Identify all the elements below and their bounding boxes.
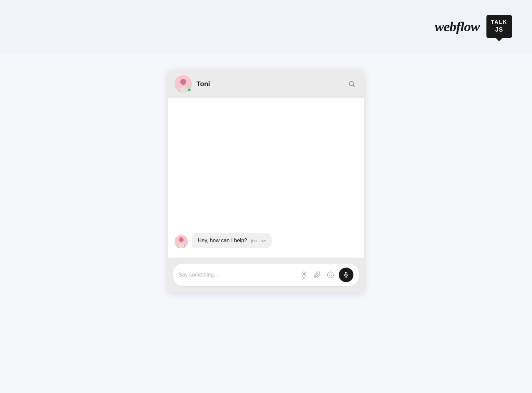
chat-messages: Hey, how can I help? just now: [168, 98, 364, 258]
attachment-icon: [314, 271, 321, 279]
message-input[interactable]: [179, 272, 296, 278]
microphone-button[interactable]: [339, 268, 353, 282]
location-button[interactable]: [300, 271, 308, 279]
svg-point-7: [178, 244, 185, 248]
svg-point-8: [303, 273, 305, 275]
chat-header: Toni: [168, 70, 364, 98]
svg-rect-12: [345, 272, 347, 275]
svg-point-2: [179, 87, 188, 93]
logo-group: webflow TALK JS: [435, 15, 512, 38]
microphone-icon: [343, 272, 349, 278]
main-content: Toni Hey, how can: [0, 53, 532, 393]
online-indicator: [187, 88, 191, 92]
webflow-logo: webflow: [435, 19, 479, 35]
chat-header-left: Toni: [175, 75, 210, 93]
svg-line-4: [353, 85, 355, 87]
emoji-button[interactable]: [326, 271, 335, 279]
svg-point-5: [179, 237, 184, 242]
chat-user-name: Toni: [197, 80, 210, 88]
message-bubble: Hey, how can I help? just now: [192, 233, 272, 248]
talkjs-talk-text: TALK: [491, 19, 507, 26]
emoji-icon: [327, 271, 334, 279]
message-avatar: [175, 235, 188, 248]
input-icons: [300, 271, 335, 279]
chat-widget: Toni Hey, how can: [168, 70, 364, 292]
page-header: webflow TALK JS: [0, 0, 532, 53]
message-text: Hey, how can I help?: [198, 238, 247, 244]
svg-point-9: [328, 272, 333, 278]
talkjs-logo: TALK JS: [486, 15, 512, 38]
input-row: [173, 264, 359, 286]
search-icon: [348, 80, 355, 88]
talkjs-js-text: JS: [495, 26, 503, 34]
message-avatar-image: [176, 236, 187, 248]
avatar-container: [175, 75, 192, 93]
location-icon: [300, 271, 308, 279]
svg-point-0: [180, 79, 186, 85]
search-button[interactable]: [346, 78, 357, 90]
attachment-button[interactable]: [313, 271, 322, 279]
message-time: just now: [251, 239, 266, 243]
message-row: Hey, how can I help? just now: [175, 233, 357, 248]
chat-input-area: [168, 258, 364, 292]
